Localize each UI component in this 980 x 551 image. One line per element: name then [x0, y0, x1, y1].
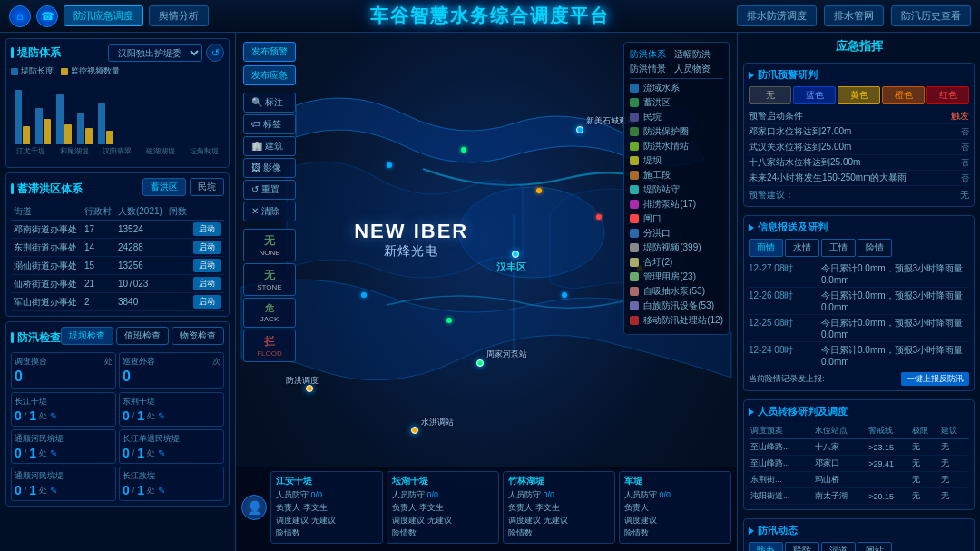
td-action[interactable]: 启动 — [191, 293, 224, 311]
station-han[interactable] — [512, 251, 519, 258]
map-type-stone[interactable]: 无 STONE — [243, 263, 296, 296]
cs-red-btn[interactable]: 红色 — [926, 86, 969, 104]
cs-blue-btn[interactable]: 蓝色 — [793, 86, 836, 104]
check-yangtze2-count: 0 / 1 处 ✎ — [122, 446, 220, 460]
cs-orange-btn[interactable]: 橙色 — [882, 86, 925, 104]
check-dongjing-label: 东荆干堤 — [122, 396, 155, 408]
tool-annotation[interactable]: 🔍 标注 — [243, 93, 296, 113]
cs-none-btn[interactable]: 无 — [749, 86, 791, 104]
publish-warning-btn[interactable]: 发布预警 — [243, 42, 296, 62]
home-icon[interactable]: ⌂ — [9, 5, 31, 27]
station-fhdd[interactable] — [306, 385, 313, 392]
legend-row-pump: 排涝泵站(17) — [630, 198, 723, 211]
chart-labels: 江尤千堤 和尾湖堤 汉阳翡翠 磁湖湖堤 坛角制堤 — [11, 146, 224, 156]
nav-btn-network[interactable]: 排水管网 — [824, 5, 884, 26]
td-pstation: 十八家 — [813, 439, 867, 456]
yangtze3-sep: / — [132, 486, 135, 495]
tool-label[interactable]: 🏷 标签 — [243, 114, 296, 134]
check-cell-yangtze2: 长江单退民垸堤 0 / 1 处 ✎ — [119, 429, 224, 464]
station-shld[interactable] — [411, 427, 418, 434]
bar-yellow-3 — [64, 124, 72, 144]
tool-building[interactable]: 🏢 建筑 — [243, 136, 296, 156]
yangtze2-edit[interactable]: ✎ — [158, 448, 165, 458]
action-btn-start[interactable]: 启动 — [193, 241, 220, 254]
dtab-zhazhan[interactable]: 闸站 — [858, 542, 892, 551]
dtab-lianfang[interactable]: 联防 — [785, 542, 819, 551]
upload-btn[interactable]: 一键上报反防汛 — [901, 372, 969, 386]
dynamic-tri-icon — [749, 527, 754, 535]
yangtze-edit[interactable]: ✎ — [50, 411, 57, 421]
td-pwarn — [867, 472, 909, 488]
bar-yellow-1 — [23, 126, 30, 144]
nav-btn-drainage[interactable]: 排水防涝调度 — [737, 5, 817, 26]
station-tan-name: 坛湖干堤 — [392, 475, 494, 487]
legend-pump: 排涝泵站(17) — [643, 198, 696, 211]
yangtze3-edit[interactable]: ✎ — [158, 486, 165, 496]
legend-watershed: 流域水系 — [643, 82, 680, 94]
tab-work[interactable]: 工情 — [821, 239, 856, 257]
station-zjh[interactable] — [476, 359, 484, 367]
station-xmsc[interactable] — [576, 126, 583, 133]
legend-color-mgmt — [630, 272, 639, 281]
zone-tabs: 蓄洪区 民垸 — [142, 178, 224, 196]
zone-tab-flood[interactable]: 蓄洪区 — [142, 178, 186, 196]
tool-reset[interactable]: ↺ 重置 — [243, 180, 296, 200]
nav-btn-flood[interactable]: 防汛应急调度 — [64, 5, 143, 26]
publish-emergency-btn[interactable]: 发布应急 — [243, 65, 296, 85]
td-action[interactable]: 启动 — [191, 257, 224, 275]
station-jun-guard: 人员防守 0/0 — [624, 489, 726, 501]
legend-adapt-flood: 适幅防洪 — [674, 48, 710, 61]
map-type-flood[interactable]: 危 JACK — [243, 298, 296, 328]
td-action[interactable]: 启动 — [191, 239, 224, 257]
cs-yellow-btn[interactable]: 黄色 — [838, 86, 880, 104]
check-tab-duty[interactable]: 值班检查 — [116, 327, 169, 345]
tool-clear[interactable]: ✕ 清除 — [243, 202, 296, 221]
td-gates — [166, 293, 191, 311]
embankment-title: 堤防体系 — [11, 45, 61, 61]
chart-label-1: 江尤千堤 — [11, 146, 51, 156]
check-tab-supplies[interactable]: 物资检查 — [172, 327, 224, 345]
tool-image[interactable]: 🖼 影像 — [243, 158, 296, 178]
check-label-survey: 调查摸台 — [15, 356, 47, 368]
yangtze-sep: / — [24, 411, 27, 420]
top-nav: ⌂ ☎ 防汛应急调度 舆情分析 车谷智慧水务综合调度平台 排水防涝调度 排水管网… — [0, 0, 980, 33]
th-station: 水位站点 — [813, 423, 867, 439]
station-tan-risk: 险情数 — [392, 527, 494, 539]
embankment-refresh[interactable]: ↺ — [206, 44, 224, 62]
user-icon[interactable]: ☎ — [36, 5, 58, 27]
report-content-3: 今日累计0.0mm，预报3小时降雨量0.0mm — [821, 317, 969, 339]
tab-water[interactable]: 水情 — [785, 239, 819, 257]
tab-rain[interactable]: 雨情 — [749, 239, 783, 257]
action-btn-start[interactable]: 启动 — [193, 222, 220, 236]
tab-risk[interactable]: 险情 — [858, 239, 892, 257]
action-btn-start[interactable]: 启动 — [193, 259, 220, 272]
td-action[interactable]: 启动 — [191, 275, 224, 293]
td-population: 3840 — [115, 293, 166, 311]
tongshun-edit[interactable]: ✎ — [50, 448, 57, 458]
dongjing-edit[interactable]: ✎ — [158, 411, 165, 421]
flood-check-header: 防汛检查 堤坝检查 值班检查 物资检查 — [11, 327, 224, 349]
nav-btn-history[interactable]: 防汛历史查看 — [891, 5, 971, 26]
tongshun-v1: 0 — [15, 446, 22, 460]
check-tongshun2-top: 通顺河民垸堤 — [15, 470, 113, 482]
map-type-none[interactable]: 无 NONE — [243, 229, 296, 261]
flood-zone-title: 蓄滞洪区体系 — [11, 182, 83, 197]
nav-btn-analysis[interactable]: 舆情分析 — [149, 5, 209, 26]
legend-minwan: 民垸 — [643, 111, 662, 123]
dtab-fangban[interactable]: 防办 — [749, 542, 783, 551]
legend-station: 防洪水情站 — [643, 140, 689, 153]
trigger-label: 预警启动条件 — [749, 110, 803, 123]
flood-zone-row: 军山街道办事处 2 3840 启动 — [11, 293, 224, 311]
tongshun-unit: 处 — [39, 448, 47, 459]
tongshun2-edit[interactable]: ✎ — [50, 486, 57, 496]
legend-color-construction — [630, 171, 639, 180]
action-btn-start[interactable]: 启动 — [193, 295, 220, 309]
action-btn-start[interactable]: 启动 — [193, 277, 220, 290]
check-tab-dam[interactable]: 堤坝检查 — [61, 327, 113, 345]
td-village: 15 — [82, 257, 115, 275]
zone-tab-civil[interactable]: 民垸 — [190, 178, 224, 196]
embankment-select[interactable]: 汉阳独出护堤委 — [108, 44, 202, 62]
dtab-hedao[interactable]: 河道 — [821, 542, 856, 551]
map-type-dam[interactable]: 拦 FLOOD — [243, 330, 296, 362]
td-action[interactable]: 启动 — [191, 221, 224, 239]
